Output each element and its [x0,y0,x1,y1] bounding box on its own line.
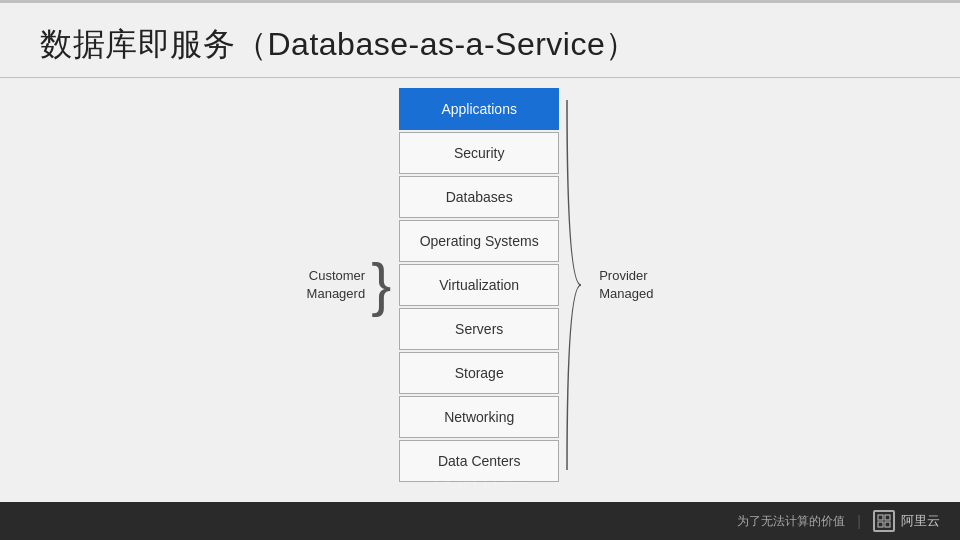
footer-logo: 阿里云 [873,510,940,532]
slide-title: 数据库即服务（Database-as-a-Service） [40,23,920,67]
customer-line2: Managerd [307,286,366,301]
customer-text: Customer Managerd [307,267,366,303]
svg-rect-3 [885,522,890,527]
watermark: 云栖社区 [432,460,528,490]
stack-item-4: Virtualization [399,264,559,306]
logo-icon [873,510,895,532]
right-section: Provider Managed [559,90,653,480]
customer-label: Customer Managerd } [307,255,392,315]
customer-brace: } [371,255,391,315]
provider-line1: Provider [599,268,647,283]
stack-container: ApplicationsSecurityDatabasesOperating S… [399,88,559,482]
svg-rect-2 [878,522,883,527]
stack-item-6: Storage [399,352,559,394]
customer-line1: Customer [309,268,365,283]
title-area: 数据库即服务（Database-as-a-Service） [0,3,960,78]
provider-text: Provider Managed [599,267,653,303]
stack-item-0: Applications [399,88,559,130]
footer: 为了无法计算的价值 | 阿里云 [0,502,960,540]
diagram: Customer Managerd } ApplicationsSecurity… [307,88,654,482]
main-content: Customer Managerd } ApplicationsSecurity… [0,78,960,502]
provider-line2: Managed [599,286,653,301]
stack-item-1: Security [399,132,559,174]
svg-rect-1 [885,515,890,520]
stack-item-3: Operating Systems [399,220,559,262]
logo-svg [877,514,891,528]
stack-item-2: Databases [399,176,559,218]
provider-brace [559,90,589,480]
svg-rect-0 [878,515,883,520]
footer-divider: | [857,513,861,529]
slide: 数据库即服务（Database-as-a-Service） Customer M… [0,0,960,540]
stack-item-7: Networking [399,396,559,438]
stack-item-5: Servers [399,308,559,350]
logo-text: 阿里云 [901,512,940,530]
footer-tagline: 为了无法计算的价值 [737,513,845,530]
